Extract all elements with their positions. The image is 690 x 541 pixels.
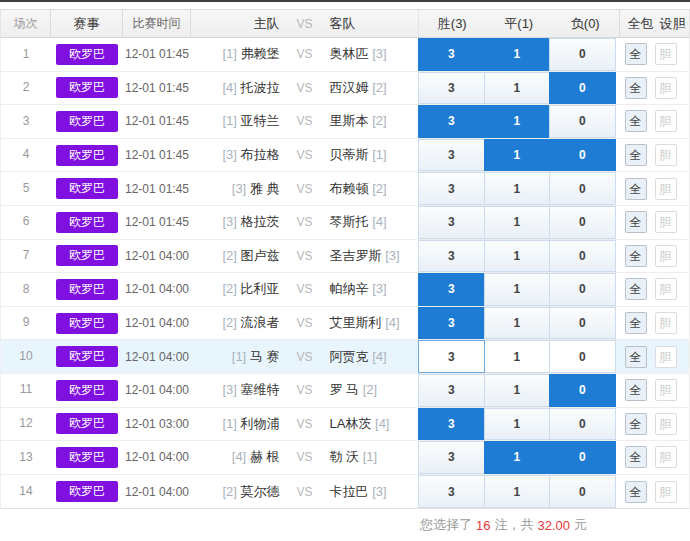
odd-win-button[interactable]: 3 xyxy=(418,139,485,172)
odd-draw-button[interactable]: 1 xyxy=(484,72,551,105)
set-dan-button[interactable]: 胆 xyxy=(655,413,677,435)
home-rank: [2] xyxy=(222,315,236,330)
odd-draw-button[interactable]: 1 xyxy=(484,240,551,273)
table-row: 8 欧罗巴 12-01 04:00 [2] 比利亚 VS 帕纳辛 [3] 3 1… xyxy=(1,273,689,307)
set-dan-button[interactable]: 胆 xyxy=(655,446,677,468)
odd-draw-button[interactable]: 1 xyxy=(484,206,551,239)
header-teams: 主队 VS 客队 xyxy=(191,10,418,37)
select-all-button[interactable]: 全 xyxy=(625,278,647,300)
odd-lose-button[interactable]: 0 xyxy=(549,340,616,373)
set-dan-button[interactable]: 胆 xyxy=(655,43,677,65)
odd-lose-button[interactable]: 0 xyxy=(549,172,616,205)
set-dan-button[interactable]: 胆 xyxy=(655,144,677,166)
odd-lose-button[interactable]: 0 xyxy=(549,475,616,509)
set-dan-button[interactable]: 胆 xyxy=(655,346,677,368)
away-team: 卡拉巴 [3] xyxy=(330,483,419,501)
odd-win-button[interactable]: 3 xyxy=(418,307,485,340)
away-rank: [1] xyxy=(372,147,386,162)
set-dan-button[interactable]: 胆 xyxy=(655,211,677,233)
select-all-button[interactable]: 全 xyxy=(625,379,647,401)
select-all-button[interactable]: 全 xyxy=(625,110,647,132)
odd-win-button[interactable]: 3 xyxy=(418,374,485,407)
odd-lose-button[interactable]: 0 xyxy=(549,441,616,474)
match-number: 10 xyxy=(1,340,51,374)
odd-win-button[interactable]: 3 xyxy=(418,240,485,273)
select-all-button[interactable]: 全 xyxy=(625,43,647,65)
set-dan-button[interactable]: 胆 xyxy=(655,178,677,200)
select-all-button[interactable]: 全 xyxy=(625,178,647,200)
set-dan-button[interactable]: 胆 xyxy=(655,278,677,300)
odd-draw-button[interactable]: 1 xyxy=(484,38,551,71)
odd-draw-button[interactable]: 1 xyxy=(484,408,551,441)
set-dan-button[interactable]: 胆 xyxy=(655,481,677,503)
league-cell: 欧罗巴 xyxy=(51,212,123,233)
odd-lose-button[interactable]: 0 xyxy=(549,38,616,71)
match-betting-panel: 场次 赛事 比赛时间 主队 VS 客队 胜(3) 平(1) 负(0) 全包 设胆… xyxy=(0,0,690,541)
match-time: 12-01 01:45 xyxy=(123,182,191,196)
odd-lose-button[interactable]: 0 xyxy=(549,307,616,340)
vs-label: VS xyxy=(280,485,330,499)
odd-draw-button[interactable]: 1 xyxy=(484,374,551,407)
set-dan-button[interactable]: 胆 xyxy=(655,245,677,267)
teams-cell: [3] 布拉格 VS 贝蒂斯 [1] xyxy=(191,146,418,164)
total-amount: 32.00 xyxy=(537,518,570,533)
odd-win-button[interactable]: 3 xyxy=(418,172,485,205)
odd-draw-button[interactable]: 1 xyxy=(484,441,551,474)
odd-draw-button[interactable]: 1 xyxy=(484,273,551,306)
select-all-button[interactable]: 全 xyxy=(625,312,647,334)
home-team: [3] 雅 典 xyxy=(191,180,280,198)
odd-win-button[interactable]: 3 xyxy=(418,340,485,373)
select-all-button[interactable]: 全 xyxy=(625,245,647,267)
odd-lose-button[interactable]: 0 xyxy=(549,374,616,407)
league-badge: 欧罗巴 xyxy=(56,481,118,502)
set-dan-button[interactable]: 胆 xyxy=(655,110,677,132)
odd-draw-button[interactable]: 1 xyxy=(484,340,551,373)
home-rank: [4] xyxy=(222,80,236,95)
odd-lose-button[interactable]: 0 xyxy=(549,408,616,441)
select-all-button[interactable]: 全 xyxy=(625,346,647,368)
match-number: 14 xyxy=(1,475,51,509)
odd-draw-button[interactable]: 1 xyxy=(484,105,551,138)
odd-win-button[interactable]: 3 xyxy=(418,441,485,474)
select-all-button[interactable]: 全 xyxy=(625,77,647,99)
select-all-button[interactable]: 全 xyxy=(625,144,647,166)
odd-win-button[interactable]: 3 xyxy=(418,475,485,509)
teams-cell: [2] 比利亚 VS 帕纳辛 [3] xyxy=(191,280,418,298)
home-team-name: 莫尔德 xyxy=(241,484,280,499)
odd-win-button[interactable]: 3 xyxy=(418,273,485,306)
set-dan-button[interactable]: 胆 xyxy=(655,379,677,401)
vs-label: VS xyxy=(280,417,330,431)
odd-lose-button[interactable]: 0 xyxy=(549,273,616,306)
home-team-name: 雅 典 xyxy=(250,181,280,196)
league-badge: 欧罗巴 xyxy=(56,279,118,300)
select-all-button[interactable]: 全 xyxy=(625,446,647,468)
home-team: [2] 图卢兹 xyxy=(191,247,280,265)
odd-lose-button[interactable]: 0 xyxy=(549,139,616,172)
odd-lose-button[interactable]: 0 xyxy=(549,72,616,105)
odd-lose-button[interactable]: 0 xyxy=(549,105,616,138)
odd-draw-button[interactable]: 1 xyxy=(484,475,551,509)
set-dan-button[interactable]: 胆 xyxy=(655,77,677,99)
odd-win-button[interactable]: 3 xyxy=(418,38,485,71)
odd-win-button[interactable]: 3 xyxy=(418,206,485,239)
league-badge: 欧罗巴 xyxy=(56,447,118,468)
odd-draw-button[interactable]: 1 xyxy=(484,139,551,172)
odd-win-button[interactable]: 3 xyxy=(418,105,485,138)
away-team-name: 里斯本 xyxy=(330,113,369,128)
bet-count: 16 xyxy=(476,518,490,533)
odd-win-button[interactable]: 3 xyxy=(418,408,485,441)
odd-lose-button[interactable]: 0 xyxy=(549,206,616,239)
odd-lose-button[interactable]: 0 xyxy=(549,240,616,273)
select-all-button[interactable]: 全 xyxy=(625,413,647,435)
away-team-name: 奥林匹 xyxy=(330,46,369,61)
odd-draw-button[interactable]: 1 xyxy=(484,307,551,340)
set-dan-button[interactable]: 胆 xyxy=(655,312,677,334)
select-all-button[interactable]: 全 xyxy=(625,481,647,503)
vs-label: VS xyxy=(280,114,330,128)
away-team: 奥林匹 [3] xyxy=(330,45,419,63)
select-all-button[interactable]: 全 xyxy=(625,211,647,233)
odd-win-button[interactable]: 3 xyxy=(418,72,485,105)
home-rank: [1] xyxy=(222,416,236,431)
odd-draw-button[interactable]: 1 xyxy=(484,172,551,205)
header-all-pack: 全包 xyxy=(628,15,654,33)
